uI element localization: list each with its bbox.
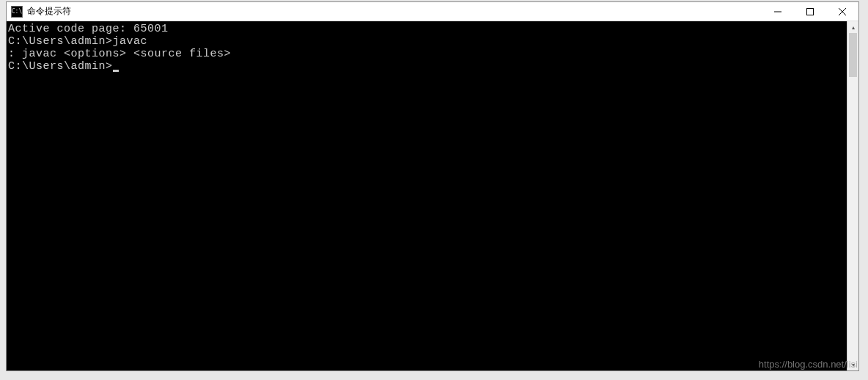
minimize-button[interactable] [762,2,794,21]
terminal-line: Active code page: 65001 [8,23,845,35]
maximize-button[interactable] [794,2,826,21]
terminal-line: C:\Users\admin>javac [8,35,845,48]
terminal-prompt-line: C:\Users\admin> [8,60,845,73]
terminal-output[interactable]: Active code page: 65001C:\Users\admin>ja… [7,21,847,370]
window-title: 命令提示符 [27,5,762,18]
scroll-up-arrow-icon[interactable]: ▴ [847,21,858,33]
close-button[interactable] [826,2,858,21]
app-icon: C:\ [11,6,23,18]
terminal-prompt: C:\Users\admin> [8,60,113,73]
terminal-line: : javac <options> <source files> [8,48,845,60]
scroll-thumb[interactable] [849,33,857,77]
svg-rect-1 [807,8,814,15]
window-controls [762,2,858,21]
command-prompt-window: C:\ 命令提示符 Active code page: 65001C:\User… [6,1,859,371]
terminal-container: Active code page: 65001C:\Users\admin>ja… [7,21,858,370]
scroll-down-arrow-icon[interactable]: ▾ [847,359,858,370]
vertical-scrollbar[interactable]: ▴ ▾ [847,21,858,370]
cursor-icon [113,70,119,72]
window-titlebar[interactable]: C:\ 命令提示符 [7,2,858,21]
